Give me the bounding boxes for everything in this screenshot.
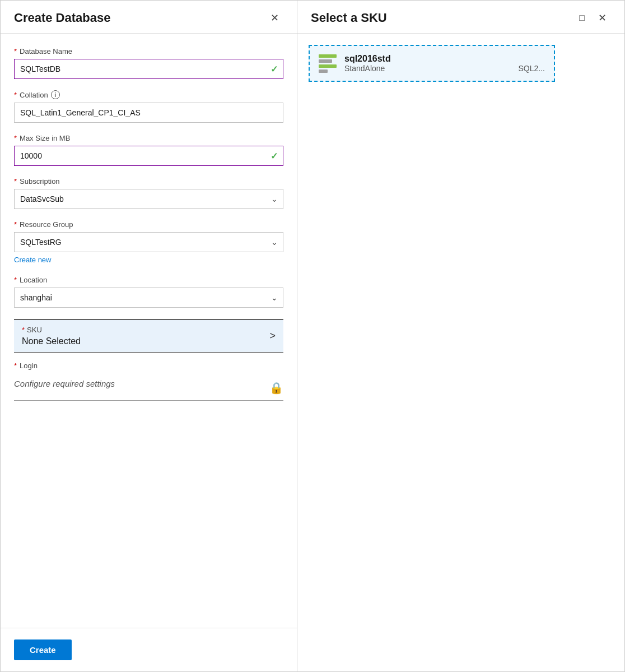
- database-name-input-wrapper: ✓: [14, 59, 283, 79]
- sku-label: SKU: [27, 326, 42, 334]
- sku-bar-2: [319, 59, 332, 63]
- login-label: * Login: [14, 362, 283, 370]
- create-database-panel: Create Database ✕ * Database Name ✓ * Co: [1, 1, 297, 671]
- right-panel-close-button[interactable]: ✕: [594, 11, 611, 25]
- required-star-rg: *: [14, 220, 17, 229]
- left-panel-body: * Database Name ✓ * Collation i: [1, 34, 297, 628]
- left-panel-title: Create Database: [14, 11, 110, 25]
- sku-card-name: sql2016std: [344, 54, 511, 64]
- lock-icon: 🔒: [269, 381, 283, 395]
- collation-input-wrapper: [14, 103, 283, 123]
- select-sku-panel: Select a SKU □ ✕ sql2016std StandAlone S…: [297, 1, 624, 671]
- sku-card-version: SQL2...: [519, 64, 545, 73]
- login-selector[interactable]: Configure required settings 🔒: [14, 373, 283, 401]
- database-name-field-group: * Database Name ✓: [14, 47, 283, 79]
- right-header-actions: □ ✕: [576, 11, 611, 25]
- collation-info-icon[interactable]: i: [51, 90, 60, 99]
- subscription-select-wrapper: DataSvcSub ⌄: [14, 189, 283, 209]
- collation-label: * Collation i: [14, 90, 283, 99]
- max-size-label: * Max Size in MB: [14, 134, 283, 142]
- max-size-input[interactable]: [14, 146, 283, 166]
- right-panel-body: sql2016std StandAlone SQL2...: [297, 34, 624, 671]
- required-star-subscription: *: [14, 177, 17, 186]
- database-name-label: * Database Name: [14, 47, 283, 55]
- right-panel-header: Select a SKU □ ✕: [297, 1, 624, 34]
- sku-value: None Selected: [22, 336, 269, 346]
- required-star: *: [14, 47, 17, 55]
- sku-card-icon: [319, 54, 337, 73]
- collation-field-group: * Collation i: [14, 90, 283, 123]
- resource-group-label: * Resource Group: [14, 220, 283, 229]
- subscription-select[interactable]: DataSvcSub: [14, 189, 283, 209]
- required-star-location: *: [14, 276, 17, 284]
- sku-field-inner: * SKU None Selected: [22, 326, 269, 346]
- required-star-collation: *: [14, 91, 17, 99]
- database-name-input[interactable]: [14, 59, 283, 79]
- subscription-label: * Subscription: [14, 177, 283, 186]
- maximize-button[interactable]: □: [576, 11, 588, 25]
- database-name-check-icon: ✓: [270, 64, 278, 75]
- sku-selector[interactable]: * SKU None Selected >: [14, 319, 283, 353]
- create-button[interactable]: Create: [14, 639, 72, 660]
- left-panel-close-button[interactable]: ✕: [266, 11, 283, 25]
- sku-label-row: * SKU: [22, 326, 269, 334]
- sku-bar-1: [319, 54, 337, 58]
- resource-group-select-wrapper: SQLTestRG ⌄: [14, 232, 283, 252]
- required-star-maxsize: *: [14, 134, 17, 142]
- right-panel-title: Select a SKU: [311, 11, 387, 25]
- sku-field-group: * SKU None Selected >: [14, 319, 283, 353]
- left-panel-footer: Create: [1, 628, 297, 671]
- sku-bar-3: [319, 64, 337, 68]
- location-select[interactable]: shanghai: [14, 288, 283, 308]
- login-value: Configure required settings: [14, 379, 269, 388]
- sku-card-type: StandAlone: [344, 64, 511, 73]
- resource-group-field-group: * Resource Group SQLTestRG ⌄ Create new: [14, 220, 283, 265]
- collation-input[interactable]: [14, 103, 283, 123]
- sku-chevron-right-icon: >: [269, 330, 276, 342]
- sku-card[interactable]: sql2016std StandAlone SQL2...: [309, 45, 555, 82]
- login-field-inner: Configure required settings: [14, 379, 269, 388]
- resource-group-select[interactable]: SQLTestRG: [14, 232, 283, 252]
- max-size-field-group: * Max Size in MB ✓: [14, 134, 283, 166]
- required-star-sku: *: [22, 326, 25, 334]
- sku-bar-4: [319, 69, 328, 73]
- left-panel-header: Create Database ✕: [1, 1, 297, 34]
- create-new-link[interactable]: Create new: [14, 256, 51, 264]
- location-select-wrapper: shanghai ⌄: [14, 288, 283, 308]
- subscription-field-group: * Subscription DataSvcSub ⌄: [14, 177, 283, 209]
- login-field-group: * Login Configure required settings 🔒: [14, 362, 283, 401]
- sku-card-info: sql2016std StandAlone: [344, 54, 511, 73]
- max-size-input-wrapper: ✓: [14, 146, 283, 166]
- location-field-group: * Location shanghai ⌄: [14, 276, 283, 308]
- required-star-login: *: [14, 362, 17, 370]
- max-size-check-icon: ✓: [270, 151, 278, 161]
- location-label: * Location: [14, 276, 283, 284]
